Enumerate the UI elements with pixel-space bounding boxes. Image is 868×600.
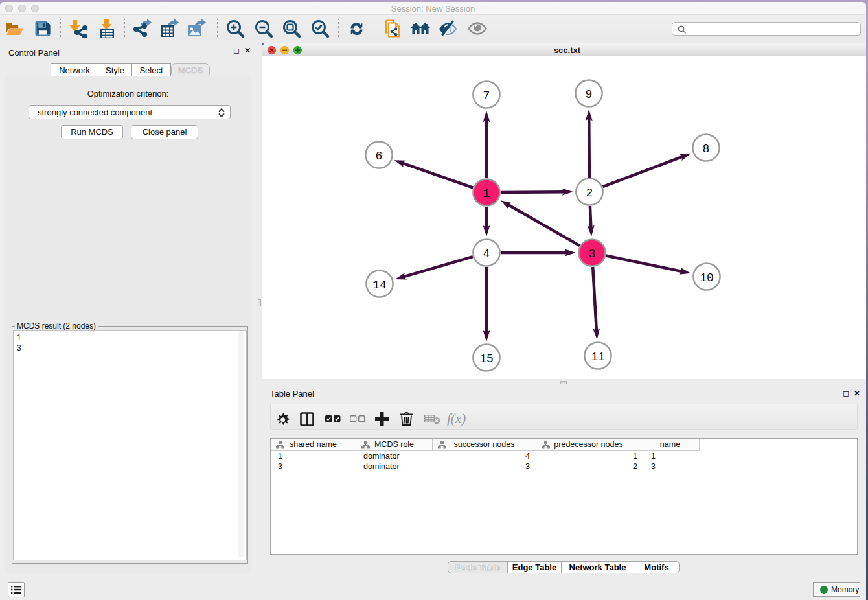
svg-text:8: 8 [703,143,710,156]
svg-text:14: 14 [372,279,387,292]
svg-text:11: 11 [591,351,605,363]
svg-text:10: 10 [700,271,714,284]
svg-text:3: 3 [589,248,596,260]
svg-text:6: 6 [376,150,383,163]
svg-text:1: 1 [483,187,490,200]
svg-text:7: 7 [483,89,490,102]
svg-text:2: 2 [586,187,593,200]
svg-text:4: 4 [483,248,490,260]
svg-text:9: 9 [586,88,593,101]
svg-text:15: 15 [479,352,494,365]
